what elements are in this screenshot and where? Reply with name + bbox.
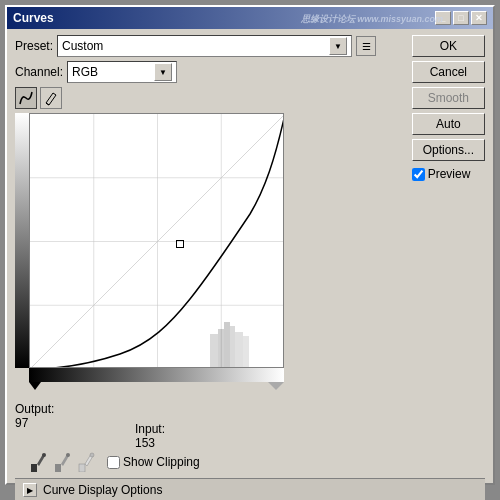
svg-rect-10	[224, 322, 230, 368]
svg-rect-19	[79, 464, 85, 472]
pencil-tool-button[interactable]	[40, 87, 62, 109]
preview-checkbox[interactable]	[412, 168, 425, 181]
show-clipping-row: Show Clipping	[107, 455, 200, 469]
svg-point-16	[42, 453, 46, 457]
curve-tools	[15, 87, 284, 109]
svg-point-20	[90, 453, 94, 457]
title-bar: Curves 思缘设计论坛 www.missyuan.com _ □ ✕	[7, 7, 493, 29]
point-markers	[29, 382, 284, 398]
curves-dialog: Curves 思缘设计论坛 www.missyuan.com _ □ ✕ Pre…	[5, 5, 495, 485]
output-area: Output: 97	[15, 402, 58, 430]
channel-label: Channel:	[15, 65, 63, 79]
svg-rect-12	[235, 332, 243, 368]
close-button[interactable]: ✕	[471, 11, 487, 25]
preset-select[interactable]: Custom ▼	[57, 35, 352, 57]
curve-canvas-wrapper[interactable]	[29, 113, 284, 368]
input-label: Input:	[135, 422, 165, 436]
dialog-title: Curves	[13, 11, 54, 25]
watermark: 思缘设计论坛 www.missyuan.com	[301, 13, 443, 26]
svg-rect-13	[243, 336, 249, 368]
maximize-button[interactable]: □	[453, 11, 469, 25]
dialog-content: Preset: Custom ▼ ☰ Channel: RGB ▼	[7, 29, 493, 500]
eyedropper-black-icon[interactable]	[29, 452, 47, 472]
preview-row: Preview	[412, 167, 485, 181]
white-point-marker[interactable]	[268, 382, 284, 398]
input-area: Input: 153	[135, 422, 169, 450]
curve-column	[29, 113, 284, 398]
channel-dropdown-arrow[interactable]: ▼	[154, 63, 172, 81]
svg-rect-9	[218, 329, 224, 368]
svg-point-18	[66, 453, 70, 457]
svg-line-0	[46, 103, 49, 105]
preset-menu-button[interactable]: ☰	[356, 36, 376, 56]
preset-dropdown-arrow[interactable]: ▼	[329, 37, 347, 55]
ok-button[interactable]: OK	[412, 35, 485, 57]
curve-tool-button[interactable]	[15, 87, 37, 109]
eyedropper-row: Show Clipping	[29, 452, 485, 472]
curve-display-options-row[interactable]: ▶ Curve Display Options	[15, 478, 485, 500]
v-gradient-col	[15, 113, 29, 398]
curve-display-options-label: Curve Display Options	[43, 483, 162, 497]
show-clipping-checkbox[interactable]	[107, 456, 120, 469]
output-label: Output:	[15, 402, 54, 416]
h-gradient-row	[29, 368, 284, 382]
black-point-marker[interactable]	[29, 382, 41, 390]
svg-rect-8	[210, 334, 218, 368]
preset-value: Custom	[62, 39, 330, 53]
eyedropper-gray-icon[interactable]	[53, 452, 71, 472]
smooth-button[interactable]: Smooth	[412, 87, 485, 109]
eyedropper-white-icon[interactable]	[77, 452, 95, 472]
horizontal-gradient	[29, 368, 284, 382]
curve-tool-icon	[18, 90, 34, 106]
channel-value: RGB	[72, 65, 155, 79]
preview-label: Preview	[428, 167, 471, 181]
grid-svg	[30, 114, 284, 368]
options-button[interactable]: Options...	[412, 139, 485, 161]
svg-line-7	[30, 114, 284, 368]
cancel-button[interactable]: Cancel	[412, 61, 485, 83]
right-buttons: OK Cancel Smooth Auto Options... Preview	[412, 35, 485, 181]
preset-label: Preset:	[15, 39, 53, 53]
curve-area	[15, 113, 284, 398]
svg-rect-15	[31, 464, 37, 472]
output-value: 97	[15, 416, 54, 430]
svg-rect-11	[230, 326, 235, 368]
auto-button[interactable]: Auto	[412, 113, 485, 135]
options-expand-arrow[interactable]: ▶	[23, 483, 37, 497]
channel-select[interactable]: RGB ▼	[67, 61, 177, 83]
pencil-tool-icon	[43, 90, 59, 106]
svg-rect-17	[55, 464, 61, 472]
show-clipping-label: Show Clipping	[123, 455, 200, 469]
input-value: 153	[135, 436, 165, 450]
vertical-gradient	[15, 113, 29, 368]
